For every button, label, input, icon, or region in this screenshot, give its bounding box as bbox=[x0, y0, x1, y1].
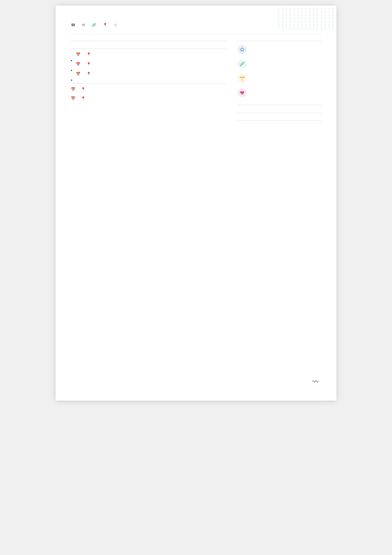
experience-section: 📅 📍 bbox=[71, 47, 227, 76]
training-section bbox=[238, 111, 321, 113]
education-section: 📅 📍 📅 bbox=[71, 82, 227, 100]
job-1: 📅 📍 bbox=[71, 52, 227, 56]
contact-phone: ☎ bbox=[71, 23, 76, 27]
contact-linkedin: 🔗 bbox=[92, 23, 97, 27]
main-content: 📅 📍 bbox=[71, 40, 321, 368]
contact-email: ✉ bbox=[82, 23, 86, 27]
job-2: 📅 📍 bbox=[71, 62, 227, 66]
edu-2-location: 📍 bbox=[81, 96, 86, 100]
job-3-location: 📍 bbox=[86, 72, 92, 76]
email-icon: ✉ bbox=[82, 23, 85, 27]
resume-page: const dp = document.querySelector('.dot-… bbox=[56, 6, 336, 401]
job-3: 📅 📍 bbox=[71, 72, 227, 76]
passions-section bbox=[238, 119, 321, 121]
contact-extra: ☆ bbox=[114, 23, 118, 27]
phone-icon: ☎ bbox=[71, 23, 75, 27]
achievement-4 bbox=[238, 88, 321, 97]
calendar-icon-1: 📅 bbox=[76, 52, 80, 56]
footer-powered-by bbox=[309, 379, 321, 384]
edu-2-dates: 📅 bbox=[71, 96, 76, 100]
job-3-dates: 📅 bbox=[76, 72, 81, 76]
experience-title bbox=[71, 47, 227, 49]
achievement-3-icon bbox=[238, 74, 247, 83]
skills-title bbox=[238, 103, 321, 105]
contact-location: 📍 bbox=[103, 23, 108, 27]
calendar-icon-edu1: 📅 bbox=[71, 87, 75, 91]
achievements-section bbox=[238, 40, 321, 97]
education-title bbox=[71, 82, 227, 84]
achievements-title bbox=[238, 40, 321, 41]
skills-section bbox=[238, 103, 321, 105]
achievement-2-icon bbox=[238, 60, 247, 68]
pin-icon-edu1: 📍 bbox=[81, 87, 85, 91]
header-divider bbox=[71, 34, 321, 34]
passions-title bbox=[238, 119, 321, 121]
calendar-icon-2: 📅 bbox=[76, 62, 80, 66]
job-1-meta: 📅 📍 bbox=[71, 52, 227, 56]
edu-1-meta: 📅 📍 bbox=[71, 87, 227, 91]
contact-bar: ☎ ✉ 🔗 📍 ☆ bbox=[71, 23, 321, 27]
achievement-3 bbox=[238, 73, 321, 83]
job-3-meta: 📅 📍 bbox=[71, 72, 227, 76]
pin-icon-1: 📍 bbox=[86, 52, 91, 56]
link-icon: 🔗 bbox=[92, 23, 96, 27]
dot-grid: const dp = document.querySelector('.dot-… bbox=[275, 6, 336, 32]
edu-2-meta: 📅 📍 bbox=[71, 96, 227, 100]
star-field-icon: ☆ bbox=[114, 23, 117, 27]
edu-1-dates: 📅 bbox=[71, 87, 76, 91]
edu-1: 📅 📍 bbox=[71, 87, 227, 91]
summary-title bbox=[71, 40, 227, 41]
right-column bbox=[238, 40, 321, 368]
pin-icon-3: 📍 bbox=[86, 72, 91, 76]
edu-2: 📅 📍 bbox=[71, 96, 227, 100]
achievement-2 bbox=[238, 59, 321, 68]
enhancv-logo-icon bbox=[311, 379, 319, 384]
achievement-4-icon bbox=[238, 88, 247, 97]
achievement-1 bbox=[238, 45, 321, 54]
footer bbox=[71, 376, 321, 384]
job-1-location: 📍 bbox=[86, 52, 92, 56]
location-icon: 📍 bbox=[103, 23, 107, 27]
job-2-dates: 📅 bbox=[76, 62, 81, 66]
training-title bbox=[238, 111, 321, 113]
svg-marker-0 bbox=[240, 48, 244, 51]
job-1-dates: 📅 bbox=[76, 52, 81, 56]
job-2-location: 📍 bbox=[86, 62, 92, 66]
calendar-icon-edu2: 📅 bbox=[71, 96, 75, 100]
calendar-icon-3: 📅 bbox=[76, 72, 80, 76]
edu-1-location: 📍 bbox=[81, 87, 86, 91]
pin-icon-edu2: 📍 bbox=[81, 96, 85, 100]
pin-icon-2: 📍 bbox=[86, 62, 91, 66]
job-2-meta: 📅 📍 bbox=[71, 62, 227, 66]
achievement-1-icon bbox=[238, 45, 247, 54]
summary-section bbox=[71, 40, 227, 41]
header: ☎ ✉ 🔗 📍 ☆ bbox=[71, 19, 321, 27]
left-column: 📅 📍 bbox=[71, 40, 227, 368]
